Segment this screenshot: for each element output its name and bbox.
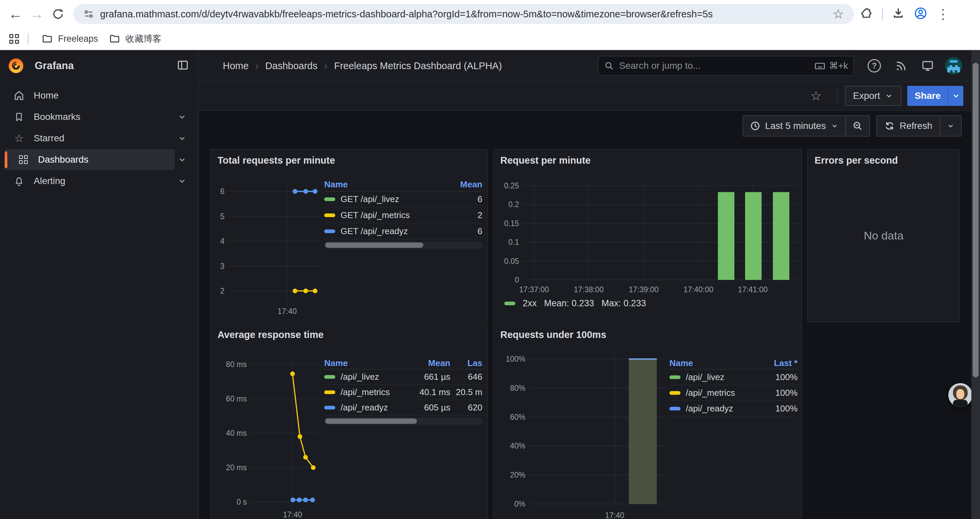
legend-scrollbar[interactable] [324,241,482,249]
legend-table: NameMeanGET /api/_livez6GET /api/_metric… [324,178,482,249]
sidebar-item-starred[interactable]: ☆ Starred [5,128,175,149]
bell-icon [12,175,26,187]
breadcrumb-dashboards[interactable]: Dashboards [265,61,317,72]
share-button[interactable]: Share [907,86,948,106]
panel-title[interactable]: Total requests per minute [218,155,335,166]
url-bar[interactable]: grafana.mathmast.com/d/deytv4rwavabkb/fr… [73,4,854,24]
panel-title[interactable]: Average response time [218,329,323,340]
search-placeholder: Search or jump to... [619,61,814,71]
legend-value: 2 [478,210,482,220]
legend-row[interactable]: /api/_readyz100% [670,401,797,417]
panel-title[interactable]: Request per minute [500,155,591,166]
bookmarks-divider [28,33,29,45]
legend-row[interactable]: GET /api/_readyz6 [324,224,482,240]
bookmark-folder-blogs[interactable]: 收藏博客 [103,30,167,48]
y-axis-label: 0 [515,276,519,284]
keyboard-icon [814,60,826,72]
x-axis-label: 17:38:00 [574,285,604,294]
brand-row: Grafana [0,50,198,81]
legend-header[interactable]: Last * [774,358,797,368]
dashboard-actions-row: ☆ Export Share [199,81,980,111]
floating-avatar[interactable] [948,383,972,407]
user-avatar[interactable] [945,57,963,75]
legend-value: 646 [468,372,482,382]
extensions-icon[interactable] [860,7,873,21]
chevron-down-icon[interactable] [175,155,189,164]
legend-row[interactable]: GET /api/_livez6 [324,192,482,208]
site-settings-icon[interactable] [82,7,95,21]
panel-title[interactable]: Requests under 100ms [500,329,606,340]
legend-scrollbar[interactable] [324,417,482,425]
profile-icon[interactable] [914,6,928,22]
browser-reload-icon[interactable] [48,3,69,25]
legend-row[interactable]: /api/_livez661 µs646 [324,369,482,385]
sidebar-item-home[interactable]: Home [5,85,175,106]
breadcrumb-home[interactable]: Home [223,61,248,72]
zoom-out-button[interactable] [846,120,869,132]
share-group: Share [907,86,963,106]
news-rss-icon[interactable] [892,57,909,74]
legend-header-row: NameMeanLas [324,357,482,369]
series-color-pill [670,375,681,379]
search-input[interactable]: Search or jump to... ⌘+k [598,56,854,76]
legend-row[interactable]: GET /api/_metrics2 [324,208,482,224]
legend-row[interactable]: /api/_livez100% [670,369,797,385]
folder-icon [109,33,121,45]
sidebar-item-alerting[interactable]: Alerting [5,171,175,192]
y-axis-label: 60% [510,413,525,422]
sidebar-item-dashboards[interactable]: Dashboards [5,149,175,170]
sidebar-toggle-icon[interactable] [176,58,189,73]
time-controls: Last 5 minutes Refresh [743,115,962,137]
bookmark-folder-freeleaps[interactable]: Freeleaps [36,30,103,48]
side-panel-icon[interactable] [10,34,19,44]
y-axis-label: 40 ms [226,429,247,438]
download-icon[interactable] [892,7,905,21]
legend-header[interactable]: Name [324,358,348,368]
chevron-down-icon [885,91,893,100]
grafana-logo-icon[interactable] [9,58,23,73]
time-range-picker[interactable]: Last 5 minutes [743,121,845,131]
legend-table: NameMeanLas/api/_livez661 µs646/api/_met… [324,357,482,425]
legend-header[interactable]: Mean [428,358,450,368]
chevron-down-icon [947,122,955,130]
browser-back-icon[interactable]: ← [5,3,26,25]
series-color-pill [324,390,335,394]
legend-row[interactable]: /api/_readyz605 µs620 [324,400,482,415]
sidebar-item-label: Starred [34,133,64,144]
export-button[interactable]: Export [845,86,901,106]
favorite-star-icon[interactable]: ☆ [810,88,822,103]
legend-row[interactable]: /api/_metrics40.1 ms20.5 m [324,385,482,400]
panel-request-per-minute: Request per minute 0.250.20.150.10.05017… [493,149,802,322]
refresh-interval-button[interactable] [940,122,961,130]
scrollbar-thumb[interactable] [973,63,978,377]
monitor-icon[interactable] [919,57,936,74]
sidebar-item-bookmarks[interactable]: Bookmarks [5,107,175,127]
legend-header[interactable]: Name [670,358,693,368]
search-shortcut: ⌘+k [814,60,848,72]
legend-row[interactable]: /api/_metrics100% [670,385,797,401]
panel-requests-under-100ms: Requests under 100ms 100%80%60%40%20%0%1… [493,323,802,519]
x-axis-label: 17:37:00 [519,285,549,294]
legend-header[interactable]: Las [467,358,482,368]
share-menu-button[interactable] [948,86,963,106]
legend-header[interactable]: Mean [460,179,482,190]
series-legend[interactable]: 2xx Mean: 0.233 Max: 0.233 [504,298,646,308]
refresh-button[interactable]: Refresh [877,121,940,131]
bookmark-star-icon[interactable]: ☆ [832,7,844,21]
y-axis-label: 20 ms [226,463,247,472]
y-axis-label: 40% [510,442,525,450]
x-axis-label: 17:40 [605,511,624,519]
grafana-app: Grafana Home [0,50,980,519]
home-icon [12,89,26,102]
help-icon[interactable]: ? [866,57,883,74]
browser-forward-icon[interactable]: → [26,3,48,25]
legend-value: 661 µs [424,372,450,382]
y-axis-label: 60 ms [226,394,247,403]
legend-header[interactable]: Name [324,179,348,190]
browser-menu-icon[interactable]: ⋮ [936,7,950,21]
chevron-down-icon[interactable] [175,176,189,186]
page-header: Home › Dashboards › Freeleaps Metrics Da… [199,50,980,81]
chevron-down-icon[interactable] [175,112,189,121]
chevron-down-icon[interactable] [175,134,189,143]
page-scrollbar [971,50,980,519]
